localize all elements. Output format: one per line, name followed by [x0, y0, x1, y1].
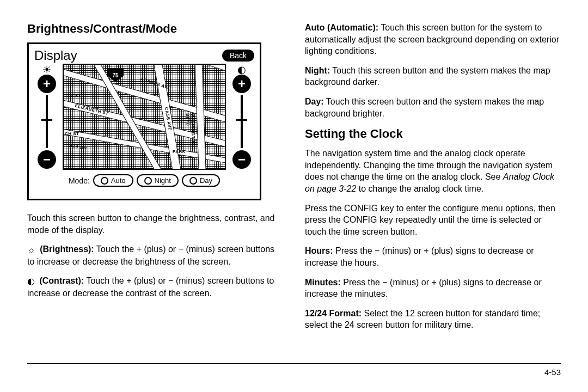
brightness-slider: ☀ + − — [34, 64, 59, 170]
radio-icon — [144, 177, 152, 185]
right-column: Auto (Automatic): Touch this screen butt… — [305, 22, 561, 376]
street-label: CH ST — [65, 131, 79, 136]
contrast-slider: ◐ + − — [229, 64, 254, 170]
contrast-icon: ◐ — [237, 65, 246, 75]
brightness-plus-button[interactable]: + — [38, 75, 56, 93]
page-number: 4-53 — [544, 367, 561, 377]
day-desc: Touch this screen button and the system … — [305, 97, 544, 118]
heading-setting-the-clock: Setting the Clock — [305, 127, 561, 141]
contrast-plus-button[interactable]: + — [232, 75, 251, 93]
night-term: Night: — [305, 66, 330, 75]
minutes-paragraph: Minutes: Press the − (minus) or + (plus)… — [305, 277, 561, 300]
hours-paragraph: Hours: Press the − (minus) or + (plus) s… — [305, 245, 561, 268]
brightness-icon: ☀ — [42, 65, 51, 75]
street-label: JM ST — [67, 93, 81, 98]
back-button[interactable]: Back — [222, 50, 254, 62]
clock-paragraph-2: Press the CONFIG key to enter the config… — [305, 203, 561, 238]
brightness-inline-icon: ☼ — [27, 244, 35, 256]
minutes-term: Minutes: — [305, 278, 341, 287]
street-label: ADAMES AVE — [140, 76, 171, 90]
format-term: 12/24 Format: — [305, 309, 362, 318]
street-label: WASHINGTON BLVD — [185, 113, 196, 149]
left-column: Brightness/Contrast/Mode Display Back ☀ … — [27, 22, 283, 376]
format-paragraph: 12/24 Format: Select the 12 screen butto… — [305, 308, 561, 331]
radio-icon — [189, 177, 197, 185]
contrast-paragraph: ◐ (Contrast): Touch the + (plus) or − (m… — [27, 275, 283, 299]
intro-text: Touch this screen button to change the b… — [27, 212, 283, 236]
day-paragraph: Day: Touch this screen button and the sy… — [305, 96, 561, 119]
auto-paragraph: Auto (Automatic): Touch this screen butt… — [305, 22, 561, 57]
hours-term: Hours: — [305, 246, 333, 255]
contrast-track[interactable] — [241, 95, 243, 148]
hours-desc: Press the − (minus) or + (plus) signs to… — [305, 246, 534, 267]
night-desc: Touch this screen button and the system … — [305, 66, 550, 87]
day-term: Day: — [305, 97, 324, 106]
clock-paragraph-1: The navigation system time and the analo… — [305, 148, 561, 194]
page-footer: 4-53 — [27, 363, 561, 377]
mode-day-button[interactable]: Day — [182, 174, 220, 187]
screen-title: Display — [34, 48, 77, 63]
street-label: AZA DR — [69, 143, 87, 151]
brightness-minus-button[interactable]: − — [38, 150, 56, 169]
radio-icon — [101, 177, 108, 185]
contrast-term: (Contrast): — [39, 276, 84, 285]
brightness-term: (Brightness): — [40, 244, 94, 254]
brightness-track[interactable] — [46, 95, 48, 148]
mode-night-button[interactable]: Night — [137, 174, 179, 187]
heading-brightness-contrast-mode: Brightness/Contrast/Mode — [27, 22, 283, 36]
contrast-minus-button[interactable]: − — [232, 150, 251, 169]
mode-label: Mode: — [69, 176, 90, 185]
mode-auto-button[interactable]: Auto — [93, 174, 133, 187]
minutes-desc: Press the − (minus) or + (plus) signs to… — [305, 278, 542, 299]
map-preview: 75 ADAMES AVE JM ST ELIZABETH ST CH ST A… — [63, 64, 226, 170]
brightness-paragraph: ☼ (Brightness): Touch the + (plus) or − … — [27, 243, 283, 267]
contrast-inline-icon: ◐ — [27, 275, 35, 287]
street-label: PARK — [173, 149, 186, 154]
auto-term: Auto (Automatic): — [305, 23, 378, 32]
display-screen-illustration: Display Back ☀ + − 75 — [27, 42, 261, 200]
night-paragraph: Night: Touch this screen button and the … — [305, 65, 561, 88]
mode-row: Mode: Auto Night Day — [34, 174, 254, 187]
